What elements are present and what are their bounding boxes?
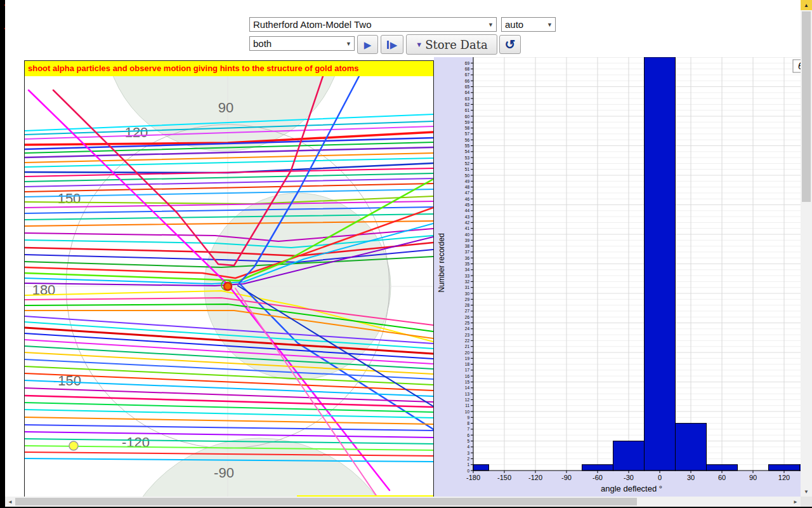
histogram-panel: 0123456789101112131415161718192021222324… [434,57,801,497]
chevron-down-icon: ▼ [346,41,351,47]
svg-text:53: 53 [465,156,470,160]
svg-text:30: 30 [465,291,470,296]
svg-text:25: 25 [465,321,470,325]
svg-text:48: 48 [465,185,470,189]
svg-text:43: 43 [465,215,470,219]
svg-text:44: 44 [465,208,470,213]
model-select-value: Rutherford Atom-Model Two [253,19,484,30]
svg-text:0: 0 [658,474,662,481]
svg-text:33: 33 [465,274,470,278]
step-button[interactable]: ▶ [381,35,403,54]
svg-text:20: 20 [465,351,470,355]
svg-text:11: 11 [465,403,469,408]
horizontal-scrollbar[interactable]: ◄ ► [5,497,801,507]
svg-text:1: 1 [467,462,469,467]
svg-text:46: 46 [465,197,470,201]
svg-text:60: 60 [465,114,470,119]
svg-text:-90: -90 [214,465,234,481]
horizontal-scrollbar-thumb[interactable] [15,498,637,505]
svg-text:58: 58 [465,126,470,130]
speed-select-value: auto [505,19,543,30]
svg-text:21: 21 [465,344,470,349]
model-select[interactable]: Rutherford Atom-Model Two ▼ [249,17,497,32]
svg-text:49: 49 [465,179,470,184]
svg-text:42: 42 [465,220,470,225]
svg-text:-30: -30 [624,474,634,481]
svg-text:34: 34 [465,267,470,272]
svg-text:50: 50 [465,173,470,178]
svg-text:18: 18 [465,362,470,366]
svg-text:14: 14 [465,385,470,390]
svg-text:66: 66 [465,79,470,83]
svg-text:90: 90 [218,100,233,116]
svg-text:8: 8 [467,421,469,425]
page: Rutherford Atom-Model Two ▼ auto ▼ both … [5,0,801,497]
svg-text:2: 2 [467,457,469,461]
svg-text:52: 52 [465,161,470,166]
view-select-value: both [253,38,342,49]
svg-text:-180: -180 [466,474,480,481]
svg-text:Number recorded: Number recorded [437,233,446,292]
svg-text:51: 51 [465,167,470,171]
svg-text:-60: -60 [593,474,603,481]
svg-text:38: 38 [465,244,470,248]
svg-text:63: 63 [465,97,470,101]
svg-text:angle deflected °: angle deflected ° [601,484,662,493]
svg-text:27: 27 [465,309,470,313]
play-icon: ▶ [364,40,372,50]
svg-text:39: 39 [465,238,470,243]
chevron-down-icon: ▼ [547,22,553,28]
svg-text:55: 55 [465,144,470,148]
svg-text:36: 36 [465,256,470,260]
svg-text:0: 0 [467,469,469,473]
play-button[interactable]: ▶ [357,35,378,54]
svg-text:24: 24 [465,326,470,331]
svg-text:9: 9 [467,415,469,420]
svg-text:28: 28 [465,303,470,307]
svg-text:4: 4 [467,444,469,449]
svg-text:47: 47 [465,190,470,195]
svg-text:41: 41 [465,226,470,231]
vertical-scrollbar[interactable]: ▲ ▼ [801,0,812,497]
scroll-up-icon[interactable]: ▲ [801,0,812,10]
svg-text:69: 69 [465,61,470,65]
svg-text:68: 68 [465,67,470,71]
svg-text:57: 57 [465,131,470,136]
svg-text:29: 29 [465,297,470,302]
svg-text:6: 6 [467,433,469,438]
window-background: Rutherford Atom-Model Two ▼ auto ▼ both … [0,0,812,508]
speed-select[interactable]: auto ▼ [501,17,556,32]
svg-text:37: 37 [465,250,470,254]
svg-text:26: 26 [465,315,470,319]
svg-text:59: 59 [465,120,470,124]
svg-text:45: 45 [465,203,470,207]
svg-text:22: 22 [465,338,470,343]
svg-text:61: 61 [465,108,470,112]
svg-text:60: 60 [718,474,726,481]
vertical-scrollbar-thumb[interactable] [802,11,811,202]
svg-text:64: 64 [465,90,470,95]
svg-text:3: 3 [467,451,469,455]
svg-text:19: 19 [465,356,470,361]
svg-text:7: 7 [467,427,469,431]
svg-text:54: 54 [465,149,470,154]
chevron-down-icon: ▼ [488,22,494,28]
svg-text:23: 23 [465,333,470,337]
simulation-panel: shoot alpha particles and observe motion… [24,60,434,497]
svg-text:-90: -90 [561,474,572,481]
svg-text:56: 56 [465,138,470,142]
view-select[interactable]: both ▼ [249,36,355,51]
reset-button[interactable]: ↺ [499,35,521,54]
svg-text:16: 16 [465,374,470,378]
store-data-label: Store Data [425,38,488,51]
svg-text:-120: -120 [528,474,542,481]
scrollbar-corner [801,497,812,507]
undo-icon: ↺ [505,38,516,51]
scroll-left-icon[interactable]: ◄ [5,497,15,507]
triangle-down-icon: ▼ [416,41,422,48]
scroll-right-icon[interactable]: ► [790,497,801,507]
store-data-button[interactable]: ▼ Store Data [406,34,497,55]
scroll-down-icon[interactable]: ▼ [801,486,811,497]
svg-text:150: 150 [58,190,81,206]
simulation-canvas[interactable]: 90120150180-150-120-90 [25,76,433,497]
